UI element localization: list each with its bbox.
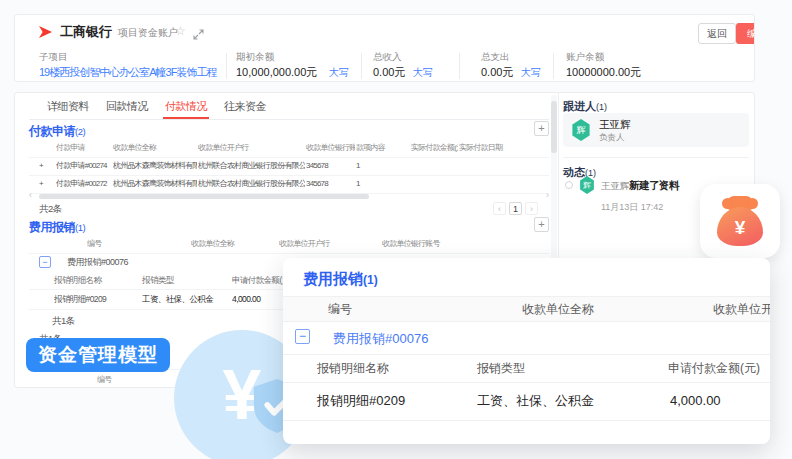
divider	[553, 53, 554, 79]
col-payment-request: 付款申请	[56, 139, 112, 157]
col-payee-bank: 收款单位开户行	[198, 139, 305, 157]
tab-transactions[interactable]: 往来资金	[222, 93, 268, 117]
payment-table-row: + 付款申请#00272 杭州品木森鹰装饰材料有限公司 杭州联合农村商业银行股份…	[29, 175, 549, 194]
expense-section-title-text: 费用报销	[29, 220, 75, 234]
field-label-subproject: 子项目	[39, 51, 68, 64]
pagination-next-icon[interactable]: ›	[525, 202, 538, 215]
col-requested-amount: 申请付款金额(元)	[668, 354, 760, 382]
payment-table-header: 付款申请 收款单位全称 收款单位开户行 收款单位银行账号 款项内容 实际付款金额…	[29, 139, 549, 158]
favorite-star-icon[interactable]: ☆	[175, 24, 186, 38]
expand-row-icon[interactable]: +	[39, 157, 53, 175]
tab-details[interactable]: 详细资料	[45, 93, 91, 117]
col-number: 编号	[328, 297, 352, 321]
col-payee-name: 收款单位全称	[522, 297, 594, 321]
payee-name: 杭州品木森鹰装饰材料有限公司	[113, 175, 197, 193]
opening-balance-value: 10,000,000.00元	[236, 65, 317, 80]
scrollbar-thumb[interactable]	[551, 101, 557, 153]
breadcrumb: 项目资金账户	[118, 26, 178, 40]
money-bag-icon: ¥	[717, 196, 763, 246]
col-payee-name: 收款单位全称	[191, 235, 275, 253]
app-logo-icon	[39, 26, 52, 38]
activity-user: 王亚辉	[601, 180, 630, 193]
expense-record-link[interactable]: 费用报销#00076	[67, 253, 157, 271]
divider	[226, 53, 227, 79]
follower-role: 负责人	[599, 132, 625, 144]
col-expense-type: 报销类型	[142, 271, 228, 289]
total-income-value: 0.00元	[373, 65, 405, 80]
payment-section-title: 付款申请(2)	[29, 123, 85, 140]
scroll-left-icon[interactable]: ‹	[29, 190, 32, 200]
payment-request-link[interactable]: 付款申请#00274	[56, 157, 112, 175]
subproject-link[interactable]: 19楼西投创智中心办公室A幢3F装饰工程	[39, 65, 225, 80]
collapse-row-icon[interactable]: −	[39, 256, 51, 268]
expense-type: 工资、社保、公积金	[142, 289, 228, 307]
total-expense-words-link[interactable]: 大写	[521, 66, 541, 80]
expense-record-link[interactable]: 费用报销#00076	[333, 330, 428, 348]
collapse-row-icon[interactable]: −	[295, 329, 310, 344]
payment-table-row: + 付款申请#00274 杭州品木森鹰装饰材料有限公司 杭州联合农村商业银行股份…	[29, 157, 549, 176]
scroll-right-icon[interactable]: ›	[546, 190, 549, 200]
activity-action: 新建了资料	[629, 179, 679, 193]
money-bag-card[interactable]: ¥	[700, 184, 780, 258]
field-label-total-expense: 总支出	[481, 51, 510, 64]
pagination-prev-icon[interactable]: ‹	[493, 202, 506, 215]
tab-payments[interactable]: 付款情况	[163, 93, 209, 119]
expand-row-icon[interactable]: +	[39, 175, 53, 193]
tab-bar: 详细资料 回款情况 付款情况 往来资金	[29, 93, 549, 120]
requested-amount: 4,000.00	[670, 382, 721, 420]
back-button[interactable]: 返回	[698, 23, 736, 44]
follower-name: 王亚辉	[599, 118, 631, 132]
fullscreen-icon[interactable]	[193, 26, 204, 37]
activity-title-text: 动态	[563, 166, 585, 178]
col-number: 编号	[97, 370, 157, 388]
payee-account: 345678	[306, 175, 355, 193]
col-number: 编号	[87, 235, 187, 253]
col-detail-name: 报销明细名称	[54, 271, 138, 289]
payee-bank: 杭州联合农村商业银行股份有限公司半山支行	[198, 175, 305, 193]
bag-body: ¥	[717, 207, 763, 246]
overlay-table-header: 编号 收款单位全称 收款单位开户行	[283, 296, 770, 322]
expense-detail-link[interactable]: 报销明细#0209	[54, 289, 138, 307]
expense-detail-link[interactable]: 报销明细#0209	[317, 382, 405, 420]
yuan-symbol: ¥	[735, 217, 746, 239]
scrollbar-thumb[interactable]	[39, 194, 369, 199]
payee-bank: 杭州联合农村商业银行股份有限公司半山支行	[198, 157, 305, 175]
field-label-opening-balance: 期初余额	[236, 51, 274, 64]
model-badge: 资金管理模型	[26, 338, 170, 372]
expense-type: 工资、社保、公积金	[477, 382, 594, 420]
follower-card[interactable]: 辉 王亚辉 负责人	[563, 113, 749, 147]
activity-section-title: 动态(1)	[563, 165, 596, 180]
col-payee-name: 收款单位全称	[113, 139, 197, 157]
follower-section-title: 跟进人(1)	[563, 99, 607, 114]
payment-section-title-text: 付款申请	[29, 124, 75, 138]
expense-section-title: 费用报销(1)	[29, 219, 85, 236]
total-expense-value: 0.00元	[481, 65, 513, 80]
col-payment-content: 款项内容	[356, 139, 410, 157]
overlay-subtable-header: 报销明细名称 报销类型 申请付款金额(元)	[283, 354, 770, 383]
payment-section-count: (2)	[75, 126, 85, 137]
opening-balance-words-link[interactable]: 大写	[329, 66, 349, 80]
timeline-dot-icon	[565, 181, 573, 189]
activity-timestamp: 11月13日 17:42	[601, 201, 663, 214]
account-balance-value: 10000000.00元	[566, 65, 641, 80]
overlay-subtable-row: 报销明细#0209 工资、社保、公积金 4,000.00	[283, 382, 770, 421]
follower-title-text: 跟进人	[563, 100, 596, 112]
total-income-words-link[interactable]: 大写	[413, 66, 433, 80]
tab-receipts[interactable]: 回款情况	[104, 93, 150, 117]
overlay-expense-row: − 费用报销#00076	[283, 320, 770, 355]
payment-content: 1	[356, 175, 410, 193]
divider	[563, 157, 749, 158]
add-expense-button[interactable]: +	[534, 217, 549, 232]
header-card: 工商银行 项目资金账户 ☆ 返回 编辑 子项目 19楼西投创智中心办公室A幢3F…	[14, 14, 755, 82]
add-payment-button[interactable]: +	[534, 121, 549, 136]
edit-button[interactable]: 编辑	[736, 23, 755, 44]
divider	[361, 53, 362, 79]
payment-request-link[interactable]: 付款申请#00272	[56, 175, 112, 193]
expense-inner-total-count: 共1条	[52, 315, 75, 328]
pagination-page-1[interactable]: 1	[509, 202, 522, 215]
payee-name: 杭州品木森鹰装饰材料有限公司	[113, 157, 197, 175]
field-label-account-balance: 账户余额	[566, 51, 604, 64]
app-page: 工商银行 项目资金账户 ☆ 返回 编辑 子项目 19楼西投创智中心办公室A幢3F…	[0, 0, 792, 459]
col-payee-bank: 收款单位开户行	[713, 297, 770, 321]
divider	[459, 53, 460, 79]
